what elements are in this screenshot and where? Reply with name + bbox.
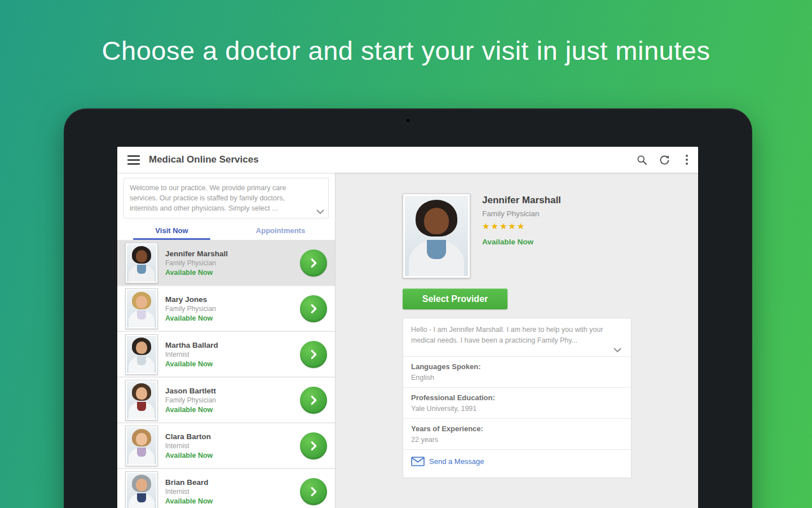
app-title: Medical Online Services (149, 154, 259, 165)
languages-section: Languages Spoken: English (403, 356, 631, 387)
chevron-right-icon[interactable] (300, 295, 327, 322)
provider-list-panel: Welcome to our practice. We provide prim… (117, 173, 336, 508)
doctor-specialty: Internist (165, 488, 300, 496)
experience-section: Years of Experience: 22 years (403, 418, 631, 449)
select-provider-button[interactable]: Select Provider (403, 288, 508, 309)
availability-status: Available Now (165, 314, 300, 322)
chevron-right-icon[interactable] (300, 432, 327, 459)
provider-info-card: Hello - I am Jennifer Marshall. I am her… (403, 318, 632, 478)
send-message-label: Send a Message (429, 457, 484, 466)
doctor-photo (125, 334, 158, 375)
page: { "hero": { "headline": "Choose a doctor… (0, 0, 812, 508)
doctor-row-clara-barton[interactable]: Clara Barton Internist Available Now (117, 423, 335, 469)
doctor-specialty: Internist (165, 442, 300, 450)
doctor-name: Jason Bartlett (165, 387, 300, 395)
doctor-specialty: Family Physician (165, 396, 300, 404)
doctor-row-martha-ballard[interactable]: Martha Ballard Internist Available Now (117, 332, 335, 378)
provider-name: Jennifer Marshall (482, 195, 561, 206)
doctor-name: Clara Barton (165, 432, 300, 441)
provider-detail-panel: Jennifer Marshall Family Physician ★★★★★… (336, 173, 698, 508)
doctor-specialty: Family Physician (165, 259, 300, 267)
content-area: Welcome to our practice. We provide prim… (117, 173, 698, 508)
field-label: Languages Spoken: (411, 362, 623, 371)
tab-appointments[interactable]: Appointments (226, 221, 335, 240)
doctor-name: Martha Ballard (165, 341, 300, 349)
star-icon: ★ (500, 221, 508, 231)
doctor-specialty: Family Physician (165, 305, 300, 313)
app-screen: Medical Online Services Welcome to our p… (117, 147, 698, 508)
field-value: Yale University, 1991 (411, 405, 623, 413)
camera-dot (405, 118, 411, 123)
tab-visit-now[interactable]: Visit Now (117, 221, 226, 240)
education-section: Professional Education: Yale University,… (403, 387, 631, 418)
field-label: Professional Education: (411, 393, 623, 402)
doctor-name: Mary Jones (165, 295, 300, 304)
hero-banner: Choose a doctor and start your visit in … (0, 35, 812, 66)
availability-status: Available Now (482, 238, 561, 246)
star-icon: ★ (508, 221, 517, 231)
provider-photo (403, 194, 470, 278)
tablet-frame: Medical Online Services Welcome to our p… (64, 108, 752, 508)
provider-bio-section: Hello - I am Jennifer Marshall. I am her… (403, 318, 631, 356)
field-value: 22 years (411, 436, 623, 444)
doctor-row-mary-jones[interactable]: Mary Jones Family Physician Available No… (117, 286, 335, 332)
practice-intro-card: Welcome to our practice. We provide prim… (123, 178, 329, 218)
doctor-row-jason-bartlett[interactable]: Jason Bartlett Family Physician Availabl… (117, 378, 335, 423)
app-bar: Medical Online Services (117, 147, 698, 173)
rating-stars: ★★★★★ (482, 221, 561, 231)
doctor-name: Jennifer Marshall (165, 249, 300, 258)
provider-bio-text: Hello - I am Jennifer Marshall. I am her… (411, 325, 623, 346)
doctor-photo (125, 471, 158, 508)
field-label: Years of Experience: (411, 424, 623, 433)
doctor-photo (125, 288, 158, 329)
doctor-row-brian-beard[interactable]: Brian Beard Internist Available Now (117, 469, 335, 508)
availability-status: Available Now (165, 452, 300, 459)
chevron-right-icon[interactable] (300, 478, 327, 505)
search-icon[interactable] (630, 148, 653, 171)
chevron-right-icon[interactable] (300, 341, 327, 368)
doctor-photo (125, 426, 158, 466)
overflow-menu-icon[interactable] (676, 148, 698, 171)
availability-status: Available Now (165, 269, 300, 277)
practice-intro-text: Welcome to our practice. We provide prim… (130, 183, 314, 213)
availability-status: Available Now (165, 497, 300, 505)
chevron-right-icon[interactable] (300, 249, 327, 277)
availability-status: Available Now (165, 406, 300, 414)
star-icon: ★ (491, 221, 499, 231)
list-tabs: Visit Now Appointments (117, 221, 335, 240)
chevron-right-icon[interactable] (300, 387, 327, 414)
send-message-link[interactable]: Send a Message (403, 449, 631, 478)
chevron-down-icon[interactable] (316, 209, 325, 214)
hero-headline: Choose a doctor and start your visit in … (0, 35, 812, 66)
star-icon: ★ (482, 221, 491, 231)
provider-specialty: Family Physician (482, 209, 561, 218)
chevron-down-icon[interactable] (613, 347, 623, 353)
doctor-photo (125, 243, 158, 283)
refresh-icon[interactable] (653, 148, 676, 171)
provider-header: Jennifer Marshall Family Physician ★★★★★… (403, 194, 632, 278)
envelope-icon (411, 457, 425, 466)
availability-status: Available Now (165, 360, 300, 368)
doctor-specialty: Internist (165, 351, 300, 358)
doctor-list: Jennifer Marshall Family Physician Avail… (117, 240, 335, 508)
doctor-name: Brian Beard (165, 478, 300, 487)
star-icon: ★ (517, 221, 526, 231)
field-value: English (411, 374, 623, 382)
hamburger-menu-icon[interactable] (121, 155, 147, 165)
doctor-row-jennifer-marshall[interactable]: Jennifer Marshall Family Physician Avail… (117, 240, 335, 286)
doctor-photo (125, 380, 158, 421)
